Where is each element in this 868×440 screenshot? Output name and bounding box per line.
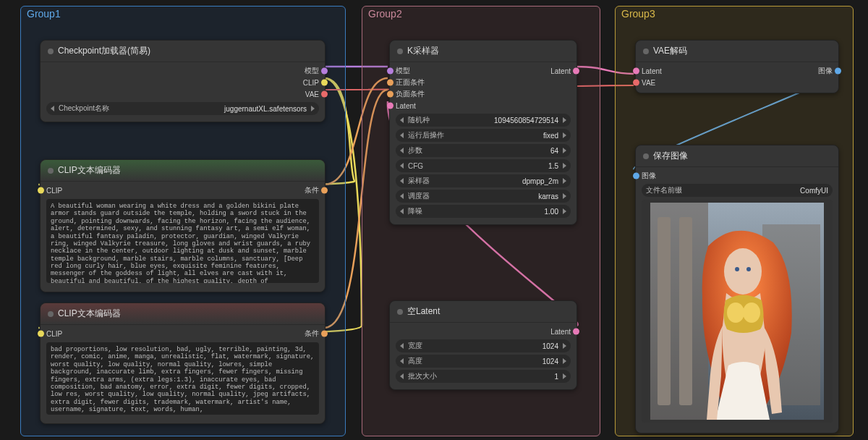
preview-illustration [650,203,824,420]
filename-prefix-widget[interactable]: 文件名前缀 ComfyUI [642,184,833,197]
collapse-dot-icon[interactable] [48,168,54,174]
socket-negative-in[interactable] [387,91,393,98]
svg-point-8 [735,267,739,271]
widget-value: karras [538,192,558,200]
svg-point-6 [727,302,744,323]
widget-value: fixed [543,132,558,140]
socket-clip-out[interactable] [321,80,328,86]
node-title-text: K采样器 [407,45,439,57]
prev-arrow-icon[interactable] [400,193,404,199]
prev-arrow-icon[interactable] [400,178,404,184]
node-vae-decode[interactable]: VAE解码 Latent图像 VAE [635,40,839,93]
next-arrow-icon[interactable] [563,178,566,184]
prev-arrow-icon[interactable] [51,106,54,111]
prev-arrow-icon[interactable] [400,343,404,349]
socket-cond-out[interactable] [321,187,328,194]
node-title[interactable]: Checkpoint加载器(简易) [41,41,325,62]
node-title-text: Checkpoint加载器(简易) [58,45,150,57]
widget-label: 批次大小 [408,371,437,381]
ksampler-widget-6[interactable]: 降噪1.00 [396,205,571,218]
socket-latent-out[interactable] [573,329,579,335]
next-arrow-icon[interactable] [563,373,566,379]
node-clip-encode-positive[interactable]: CLIP文本编码器 CLIP 条件 A beautiful woman wear… [40,159,326,292]
prev-arrow-icon[interactable] [400,373,404,379]
positive-prompt-text[interactable]: A beautiful woman wearing a white dress … [46,199,319,283]
node-title[interactable]: VAE解码 [636,41,838,62]
socket-clip-in[interactable] [38,187,44,194]
negative-prompt-text[interactable]: bad proportions, low resolution, bad, ug… [46,342,319,415]
socket-model-out[interactable] [321,68,328,75]
input-clip: CLIP [46,187,62,195]
prev-arrow-icon[interactable] [400,358,404,364]
next-arrow-icon[interactable] [563,208,566,214]
socket-vae-out[interactable] [321,91,328,98]
next-arrow-icon[interactable] [563,148,566,153]
node-ksampler[interactable]: K采样器 模型Latent 正面条件 负面条件 Latent 随机种109456… [389,40,577,225]
prev-arrow-icon[interactable] [400,132,404,138]
node-title-text: 空Latent [407,305,440,318]
input-latent: Latent [642,67,662,75]
empty-latent-widget-0[interactable]: 宽度1024 [396,339,571,352]
checkpoint-name-widget[interactable]: Checkpoint名称 juggernautXL.safetensors [46,102,319,115]
ksampler-widget-2[interactable]: 步数64 [396,144,571,157]
widget-value: 1.5 [548,162,558,170]
socket-clip-in[interactable] [38,331,44,337]
socket-image-in[interactable] [633,173,639,179]
output-image-preview[interactable] [642,200,833,423]
group-1-label: Group1 [27,8,61,20]
prev-arrow-icon[interactable] [400,117,404,123]
node-clip-encode-negative[interactable]: CLIP文本编码器 CLIP 条件 bad proportions, low r… [40,302,326,424]
collapse-dot-icon[interactable] [397,309,403,315]
prev-arrow-icon[interactable] [400,208,404,214]
prev-arrow-icon[interactable] [400,148,404,153]
widget-value: 1.00 [545,208,558,216]
next-arrow-icon[interactable] [563,163,566,169]
widget-label: 宽度 [408,341,422,351]
widget-label: 降噪 [408,206,422,216]
next-arrow-icon[interactable] [563,132,566,138]
prev-arrow-icon[interactable] [400,163,404,169]
socket-image-out[interactable] [835,68,841,75]
next-arrow-icon[interactable] [311,106,315,111]
empty-latent-widget-2[interactable]: 批次大小1 [396,370,571,383]
collapse-dot-icon[interactable] [48,48,54,54]
widget-label: CFG [408,162,423,170]
node-title-text: 保存图像 [653,150,688,162]
node-graph-canvas[interactable]: Group1 Group2 Group3 Checkpoint加载器(简易) 模… [0,0,868,440]
collapse-dot-icon[interactable] [397,48,403,54]
widget-value: 1024 [542,342,558,350]
collapse-dot-icon[interactable] [48,311,54,317]
node-title[interactable]: CLIP文本编码器 [41,160,325,182]
ksampler-widget-3[interactable]: CFG1.5 [396,159,571,172]
widget-label: 采样器 [408,176,430,186]
widget-value: 64 [550,147,558,155]
node-title[interactable]: 保存图像 [636,145,838,167]
node-title[interactable]: 空Latent [390,301,576,323]
socket-vae-in[interactable] [633,80,639,86]
next-arrow-icon[interactable] [563,358,566,364]
ksampler-widget-5[interactable]: 调度器karras [396,190,571,203]
next-arrow-icon[interactable] [563,193,566,199]
next-arrow-icon[interactable] [563,117,566,123]
collapse-dot-icon[interactable] [643,153,649,159]
socket-latent-in[interactable] [387,103,393,109]
collapse-dot-icon[interactable] [643,48,649,54]
ksampler-widget-0[interactable]: 随机种1094560854729514 [396,114,571,127]
socket-latent-out[interactable] [573,68,579,75]
socket-model-in[interactable] [387,68,393,75]
next-arrow-icon[interactable] [563,343,566,349]
socket-positive-in[interactable] [387,80,393,86]
node-save-image[interactable]: 保存图像 图像 文件名前缀 ComfyUI [635,145,839,433]
ksampler-widget-4[interactable]: 采样器dpmpp_2m [396,174,571,187]
node-title-text: CLIP文本编码器 [58,164,121,177]
node-title[interactable]: CLIP文本编码器 [41,303,325,325]
widget-value: dpmpp_2m [522,177,558,185]
socket-latent-in[interactable] [633,68,639,75]
node-empty-latent[interactable]: 空Latent Latent 宽度1024高度1024批次大小1 [389,300,577,390]
output-clip: CLIP [303,79,319,87]
socket-cond-out[interactable] [321,331,328,337]
node-title[interactable]: K采样器 [390,41,576,62]
node-checkpoint-loader[interactable]: Checkpoint加载器(简易) 模型 CLIP VAE Checkpoint… [40,40,326,122]
empty-latent-widget-1[interactable]: 高度1024 [396,355,571,368]
ksampler-widget-1[interactable]: 运行后操作fixed [396,129,571,142]
